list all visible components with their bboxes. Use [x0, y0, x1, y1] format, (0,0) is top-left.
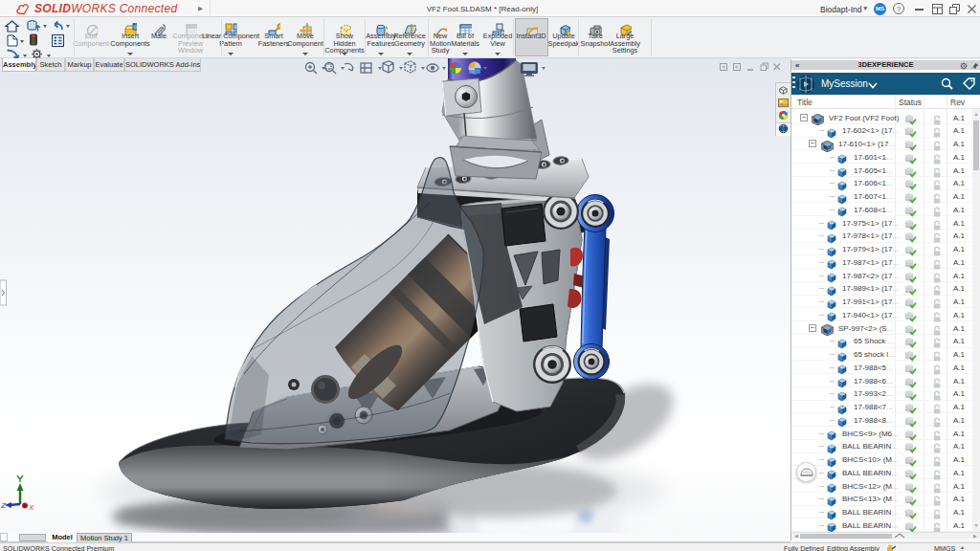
svg-text:X: X — [28, 503, 34, 512]
svg-text:Z: Z — [0, 501, 7, 510]
